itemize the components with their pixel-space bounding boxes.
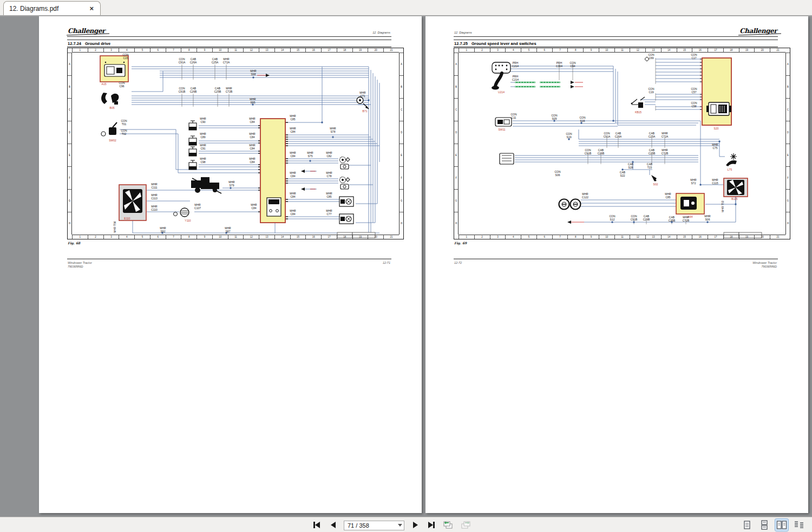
- connector-label: MHR C78: [326, 172, 332, 178]
- document-page-right[interactable]: 12. Diagrams Challenger 12.7.25Ground sp…: [425, 16, 808, 513]
- ruler-cell: 3: [490, 48, 506, 53]
- page-number: 12-72: [454, 261, 462, 264]
- connector-label: CAB C26A: [615, 132, 622, 138]
- ruler-cell: 5: [134, 235, 150, 239]
- connector-label: MHR S98: [250, 70, 256, 76]
- ruler-cell: 15: [677, 235, 692, 239]
- connector-label: CAB C26A: [190, 58, 197, 64]
- connector-label: MHR C107: [194, 204, 201, 210]
- header-rule: [454, 36, 778, 37]
- ruler-cell: 5: [521, 235, 536, 239]
- tab-title: 12. Diagrams.pdf: [9, 5, 88, 12]
- previous-page-button[interactable]: [328, 520, 338, 530]
- ruler-cell: G: [399, 189, 403, 212]
- ruler-cell: 13: [259, 48, 274, 53]
- connector-label: CON T01: [121, 120, 127, 126]
- ruler-cell: 6: [150, 48, 166, 53]
- component-id-label: SW02: [109, 139, 116, 142]
- connector-label: PRH C214: [512, 62, 519, 68]
- title-rule-top: [67, 40, 391, 40]
- first-page-button[interactable]: [311, 520, 322, 530]
- connector-label: CON C91B: [631, 215, 638, 221]
- ruler-cell: B: [399, 75, 403, 98]
- ruler-cell: 16: [692, 48, 708, 53]
- ruler-cell: 10: [212, 235, 228, 239]
- ruler-cell: 18: [723, 235, 739, 239]
- continuous-page-button[interactable]: [758, 519, 771, 531]
- component-id-label: B05: [110, 107, 115, 110]
- first-page-icon: [315, 522, 320, 528]
- ruler-cell: 6: [536, 235, 552, 239]
- ruler-cell: F: [785, 166, 790, 189]
- component-id-label: SW11: [498, 128, 505, 132]
- component-id-label: L75: [728, 168, 732, 172]
- page-number-input[interactable]: [344, 521, 404, 530]
- facing-pages-button[interactable]: [775, 519, 788, 531]
- ruler-cell: B: [68, 75, 72, 98]
- pdf-canvas[interactable]: Challenger 12. Diagrams 12.7.24Ground dr…: [0, 16, 812, 517]
- connector-label: CON S09: [551, 114, 557, 120]
- connector-label: MHR C84: [290, 152, 296, 158]
- solenoid-icon: [189, 121, 197, 130]
- connector-label: CAB C26B: [643, 215, 650, 221]
- ruler-cell: 6: [536, 48, 552, 53]
- solenoid-icon: [189, 147, 197, 156]
- ruler-cell: 3: [103, 48, 119, 53]
- connector-label: CON C19: [648, 88, 654, 94]
- ruler-cell: B: [785, 75, 790, 98]
- ruler-cell: 8: [567, 235, 583, 239]
- single-page-button[interactable]: [741, 519, 754, 531]
- layout-switcher: [741, 519, 806, 531]
- next-page-button[interactable]: [410, 520, 421, 530]
- connector-label: MHR C84: [249, 133, 255, 139]
- connector-label: MHR C98: [200, 158, 206, 164]
- ruler-cell: H: [785, 212, 790, 235]
- page-number-box: [344, 520, 404, 530]
- page-number: 12-71: [383, 261, 390, 264]
- component-id-label: B71: [363, 110, 368, 113]
- document-tab[interactable]: 12. Diagrams.pdf ×: [3, 1, 101, 15]
- connector-label: CON C69: [648, 54, 654, 60]
- connector-label: CON C91A: [604, 132, 611, 138]
- sensor-module-block: [676, 193, 704, 214]
- book-view-button[interactable]: [793, 519, 806, 531]
- previous-view-icon: [443, 521, 453, 529]
- footer-rule: [67, 258, 391, 259]
- ruler-cell: 12: [630, 48, 645, 53]
- connector-label: MHR C84: [251, 204, 257, 210]
- document-page-left[interactable]: Challenger 12. Diagrams 12.7.24Ground dr…: [39, 16, 422, 513]
- ruler-cell: 21: [770, 235, 785, 239]
- ruler-cell: 11: [614, 235, 630, 239]
- twin-gauge-icon: [559, 199, 581, 210]
- solenoid-icon: [189, 160, 197, 170]
- previous-view-button[interactable]: [442, 520, 454, 530]
- last-page-button[interactable]: [426, 520, 437, 530]
- bottom-toolbar: [0, 517, 812, 532]
- ruler-cell: 21: [383, 48, 399, 53]
- next-view-button[interactable]: [460, 520, 472, 530]
- ruler-cell: 14: [274, 235, 290, 239]
- header-rule: [67, 36, 391, 37]
- running-title: 12. Diagrams: [372, 31, 390, 34]
- ruler-cell: 18: [723, 48, 739, 53]
- component-id-label: Y110: [185, 219, 191, 223]
- connector-label: MHR C72A: [223, 58, 230, 64]
- ruler-cell: 21: [383, 235, 399, 239]
- ruler-cell: 3: [490, 235, 506, 239]
- title-rule-top: [454, 40, 778, 40]
- ruler-cell: 20: [368, 235, 383, 239]
- connector-label: MHR C85: [665, 193, 671, 199]
- connector-label: MHR C91: [200, 144, 206, 150]
- ruler-cell: 9: [197, 48, 212, 53]
- close-icon[interactable]: ×: [88, 4, 95, 12]
- ruler-cell: 12: [243, 235, 259, 239]
- ruler-cell: 20: [754, 235, 770, 239]
- ruler-cell: 10: [599, 235, 614, 239]
- figure-caption: Fig. 69: [454, 241, 467, 245]
- section-text: Ground speed lever and switches: [472, 41, 536, 46]
- ruler-cell: 21: [770, 48, 785, 53]
- ruler-cell: F: [68, 166, 72, 189]
- ruler-cell: 4: [119, 235, 134, 239]
- doc-number: 79036586D: [752, 265, 777, 269]
- ruler-cell: E: [454, 144, 459, 166]
